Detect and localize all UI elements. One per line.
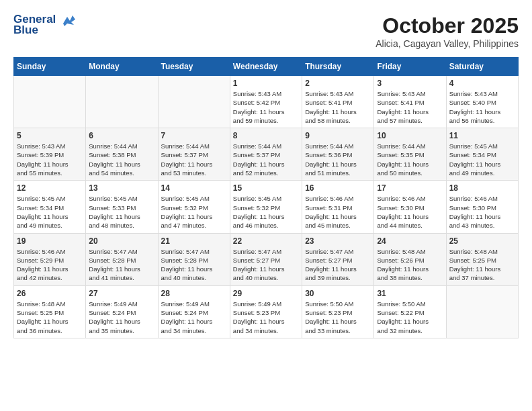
calendar-week-row: 12Sunrise: 5:45 AM Sunset: 5:34 PM Dayli… [14,181,519,233]
calendar-day-15: 15Sunrise: 5:45 AM Sunset: 5:32 PM Dayli… [230,181,302,233]
weekday-header-friday: Friday [374,58,446,76]
day-info: Sunrise: 5:46 AM Sunset: 5:29 PM Dayligh… [17,247,83,283]
day-number: 8 [233,131,299,140]
day-number: 6 [89,131,154,140]
day-number: 14 [161,183,227,193]
day-number: 17 [377,183,443,193]
logo-bird-icon [60,14,75,26]
day-number: 4 [449,79,515,88]
weekday-header-thursday: Thursday [302,58,374,76]
calendar-day-14: 14Sunrise: 5:45 AM Sunset: 5:32 PM Dayli… [158,181,230,233]
calendar-day-empty [86,76,158,128]
day-number: 7 [161,131,227,140]
day-info: Sunrise: 5:46 AM Sunset: 5:30 PM Dayligh… [449,194,515,230]
day-number: 18 [449,183,515,193]
day-info: Sunrise: 5:44 AM Sunset: 5:38 PM Dayligh… [89,142,154,177]
svg-marker-0 [63,15,75,26]
calendar-day-27: 27Sunrise: 5:49 AM Sunset: 5:24 PM Dayli… [86,285,158,338]
day-info: Sunrise: 5:45 AM Sunset: 5:33 PM Dayligh… [89,194,154,230]
day-info: Sunrise: 5:47 AM Sunset: 5:28 PM Dayligh… [89,247,154,283]
calendar-day-6: 6Sunrise: 5:44 AM Sunset: 5:38 PM Daylig… [86,128,158,181]
weekday-header-tuesday: Tuesday [158,58,230,76]
day-info: Sunrise: 5:43 AM Sunset: 5:42 PM Dayligh… [233,89,299,125]
day-info: Sunrise: 5:43 AM Sunset: 5:40 PM Dayligh… [449,89,515,125]
calendar-day-5: 5Sunrise: 5:43 AM Sunset: 5:39 PM Daylig… [14,128,86,181]
day-info: Sunrise: 5:48 AM Sunset: 5:26 PM Dayligh… [377,247,443,283]
logo: General Blue [13,13,75,37]
day-number: 24 [377,236,443,246]
calendar-day-18: 18Sunrise: 5:46 AM Sunset: 5:30 PM Dayli… [446,181,518,233]
calendar-week-row: 19Sunrise: 5:46 AM Sunset: 5:29 PM Dayli… [14,233,519,285]
calendar-day-empty [158,76,230,128]
calendar-day-28: 28Sunrise: 5:49 AM Sunset: 5:24 PM Dayli… [158,285,230,338]
day-number: 19 [17,236,83,246]
calendar-day-23: 23Sunrise: 5:47 AM Sunset: 5:27 PM Dayli… [302,233,374,285]
day-number: 15 [233,183,299,193]
day-number: 5 [17,131,83,140]
day-info: Sunrise: 5:48 AM Sunset: 5:25 PM Dayligh… [17,300,83,335]
day-number: 25 [449,236,515,246]
day-number: 23 [305,236,371,246]
day-info: Sunrise: 5:44 AM Sunset: 5:36 PM Dayligh… [305,142,371,177]
calendar-day-9: 9Sunrise: 5:44 AM Sunset: 5:36 PM Daylig… [302,128,374,181]
day-number: 3 [377,79,443,88]
day-number: 22 [233,236,299,246]
day-info: Sunrise: 5:47 AM Sunset: 5:27 PM Dayligh… [305,247,371,283]
day-number: 31 [377,289,443,298]
day-info: Sunrise: 5:44 AM Sunset: 5:37 PM Dayligh… [233,142,299,177]
calendar-title: October 2025 [375,13,519,38]
calendar-body: 1Sunrise: 5:43 AM Sunset: 5:42 PM Daylig… [14,76,519,338]
calendar-day-1: 1Sunrise: 5:43 AM Sunset: 5:42 PM Daylig… [230,76,302,128]
calendar-week-row: 5Sunrise: 5:43 AM Sunset: 5:39 PM Daylig… [14,128,519,181]
day-info: Sunrise: 5:43 AM Sunset: 5:41 PM Dayligh… [377,89,443,125]
day-number: 28 [161,289,227,298]
calendar-day-4: 4Sunrise: 5:43 AM Sunset: 5:40 PM Daylig… [446,76,518,128]
day-info: Sunrise: 5:48 AM Sunset: 5:25 PM Dayligh… [449,247,515,283]
calendar-day-16: 16Sunrise: 5:46 AM Sunset: 5:31 PM Dayli… [302,181,374,233]
day-number: 12 [17,183,83,193]
calendar-day-21: 21Sunrise: 5:47 AM Sunset: 5:28 PM Dayli… [158,233,230,285]
page-header: General Blue October 2025 Alicia, Cagaya… [13,13,519,52]
calendar-day-26: 26Sunrise: 5:48 AM Sunset: 5:25 PM Dayli… [14,285,86,338]
day-number: 13 [89,183,154,193]
calendar-day-24: 24Sunrise: 5:48 AM Sunset: 5:26 PM Dayli… [374,233,446,285]
calendar-day-29: 29Sunrise: 5:49 AM Sunset: 5:23 PM Dayli… [230,285,302,338]
day-info: Sunrise: 5:47 AM Sunset: 5:27 PM Dayligh… [233,247,299,283]
day-number: 29 [233,289,299,298]
day-number: 9 [305,131,371,140]
title-section: October 2025 Alicia, Cagayan Valley, Phi… [375,13,519,49]
calendar-day-13: 13Sunrise: 5:45 AM Sunset: 5:33 PM Dayli… [86,181,158,233]
day-number: 21 [161,236,227,246]
calendar-table: SundayMondayTuesdayWednesdayThursdayFrid… [13,57,519,338]
weekday-header-monday: Monday [86,58,158,76]
calendar-day-11: 11Sunrise: 5:45 AM Sunset: 5:34 PM Dayli… [446,128,518,181]
calendar-day-20: 20Sunrise: 5:47 AM Sunset: 5:28 PM Dayli… [86,233,158,285]
day-info: Sunrise: 5:43 AM Sunset: 5:41 PM Dayligh… [305,89,371,125]
day-number: 26 [17,289,83,298]
calendar-day-31: 31Sunrise: 5:50 AM Sunset: 5:22 PM Dayli… [374,285,446,338]
day-info: Sunrise: 5:46 AM Sunset: 5:30 PM Dayligh… [377,194,443,230]
day-info: Sunrise: 5:50 AM Sunset: 5:23 PM Dayligh… [305,300,371,335]
calendar-day-2: 2Sunrise: 5:43 AM Sunset: 5:41 PM Daylig… [302,76,374,128]
weekday-header-wednesday: Wednesday [230,58,302,76]
calendar-day-3: 3Sunrise: 5:43 AM Sunset: 5:41 PM Daylig… [374,76,446,128]
calendar-week-row: 1Sunrise: 5:43 AM Sunset: 5:42 PM Daylig… [14,76,519,128]
day-number: 30 [305,289,371,298]
calendar-subtitle: Alicia, Cagayan Valley, Philippines [375,38,519,49]
calendar-day-25: 25Sunrise: 5:48 AM Sunset: 5:25 PM Dayli… [446,233,518,285]
calendar-day-12: 12Sunrise: 5:45 AM Sunset: 5:34 PM Dayli… [14,181,86,233]
day-info: Sunrise: 5:49 AM Sunset: 5:24 PM Dayligh… [89,300,154,335]
day-number: 27 [89,289,154,298]
day-info: Sunrise: 5:44 AM Sunset: 5:37 PM Dayligh… [161,142,227,177]
weekday-header-sunday: Sunday [14,58,86,76]
day-info: Sunrise: 5:49 AM Sunset: 5:24 PM Dayligh… [161,300,227,335]
day-info: Sunrise: 5:45 AM Sunset: 5:34 PM Dayligh… [17,194,83,230]
day-number: 10 [377,131,443,140]
day-info: Sunrise: 5:43 AM Sunset: 5:39 PM Dayligh… [17,142,83,177]
calendar-day-19: 19Sunrise: 5:46 AM Sunset: 5:29 PM Dayli… [14,233,86,285]
day-info: Sunrise: 5:47 AM Sunset: 5:28 PM Dayligh… [161,247,227,283]
day-number: 2 [305,79,371,88]
calendar-day-17: 17Sunrise: 5:46 AM Sunset: 5:30 PM Dayli… [374,181,446,233]
day-info: Sunrise: 5:50 AM Sunset: 5:22 PM Dayligh… [377,300,443,335]
calendar-week-row: 26Sunrise: 5:48 AM Sunset: 5:25 PM Dayli… [14,285,519,338]
